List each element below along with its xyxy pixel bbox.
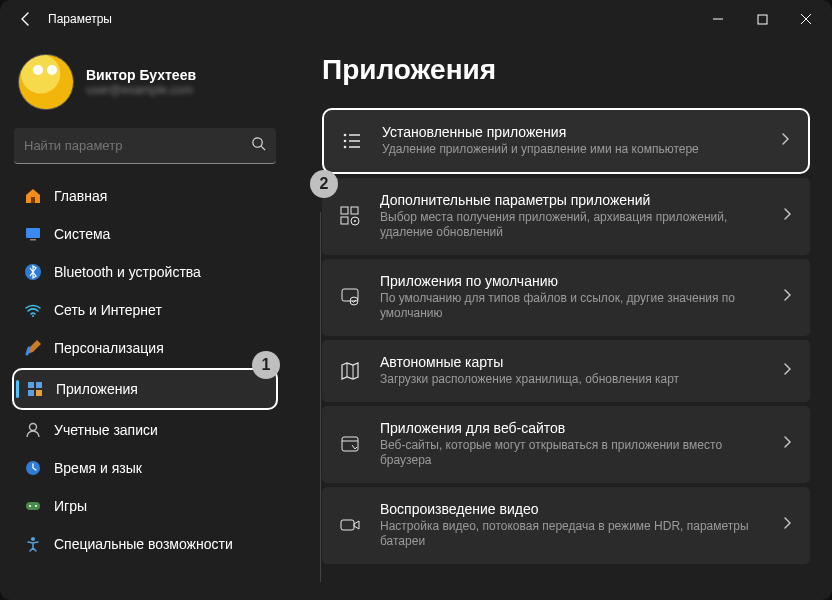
- svg-rect-9: [28, 390, 34, 396]
- arrow-left-icon: [18, 11, 34, 27]
- sidebar-item-personalization[interactable]: Персонализация: [12, 330, 278, 366]
- step-badge-1: 1: [252, 351, 280, 379]
- search-box[interactable]: [14, 128, 276, 164]
- sidebar-item-gaming[interactable]: Игры: [12, 488, 278, 524]
- video-icon: [338, 514, 362, 536]
- sidebar-nav: Главная Система Bluetooth и устройства С…: [12, 178, 278, 562]
- card-installed-apps[interactable]: Установленные приложения Удаление прилож…: [322, 108, 810, 174]
- sidebar-item-label: Главная: [54, 188, 107, 204]
- svg-rect-10: [36, 390, 42, 396]
- list-icon: [340, 130, 364, 152]
- personalize-icon: [24, 339, 42, 357]
- user-email: user@example.com: [86, 83, 196, 97]
- sidebar: Виктор Бухтеев user@example.com Главная …: [0, 38, 290, 600]
- default-apps-icon: [338, 286, 362, 308]
- gaming-icon: [24, 497, 42, 515]
- card-subtitle: По умолчанию для типов файлов и ссылок, …: [380, 291, 762, 322]
- svg-rect-4: [30, 239, 36, 241]
- websites-icon: [338, 433, 362, 455]
- card-title: Воспроизведение видео: [380, 501, 762, 517]
- svg-point-11: [30, 424, 37, 431]
- accessibility-icon: [24, 535, 42, 553]
- sidebar-item-label: Сеть и Интернет: [54, 302, 162, 318]
- search-input[interactable]: [24, 138, 251, 153]
- time-icon: [24, 459, 42, 477]
- profile[interactable]: Виктор Бухтеев user@example.com: [12, 46, 278, 124]
- sidebar-item-label: Приложения: [56, 381, 138, 397]
- window-title: Параметры: [40, 12, 112, 26]
- svg-point-16: [31, 537, 35, 541]
- accounts-icon: [24, 421, 42, 439]
- step-badge-2: 2: [310, 170, 338, 198]
- svg-point-15: [35, 505, 37, 507]
- sidebar-item-label: Персонализация: [54, 340, 164, 356]
- card-subtitle: Выбор места получения приложений, архива…: [380, 210, 762, 241]
- card-video-playback[interactable]: Воспроизведение видео Настройка видео, п…: [322, 487, 810, 564]
- apps-icon: [26, 380, 44, 398]
- chevron-right-icon: [780, 362, 794, 380]
- svg-point-19: [344, 145, 347, 148]
- sidebar-item-accounts[interactable]: Учетные записи: [12, 412, 278, 448]
- card-subtitle: Веб-сайты, которые могут открываться в п…: [380, 438, 762, 469]
- card-list: Установленные приложения Удаление прилож…: [322, 108, 810, 564]
- svg-rect-22: [341, 217, 348, 224]
- close-icon: [800, 13, 812, 25]
- card-title: Автономные карты: [380, 354, 762, 370]
- card-offline-maps[interactable]: Автономные карты Загрузки расположение х…: [322, 340, 810, 402]
- close-button[interactable]: [784, 5, 828, 33]
- card-subtitle: Загрузки расположение хранилища, обновле…: [380, 372, 762, 388]
- card-web-apps[interactable]: Приложения для веб-сайтов Веб-сайты, кот…: [322, 406, 810, 483]
- wifi-icon: [24, 301, 42, 319]
- card-title: Приложения для веб-сайтов: [380, 420, 762, 436]
- back-button[interactable]: [12, 5, 40, 33]
- svg-rect-21: [351, 207, 358, 214]
- titlebar: Параметры: [0, 0, 832, 38]
- svg-point-6: [32, 315, 34, 317]
- sidebar-item-label: Bluetooth и устройства: [54, 264, 201, 280]
- avatar: [18, 54, 74, 110]
- chevron-right-icon: [780, 516, 794, 534]
- sidebar-item-system[interactable]: Система: [12, 216, 278, 252]
- page-title: Приложения: [322, 54, 810, 86]
- card-title: Приложения по умолчанию: [380, 273, 762, 289]
- minimize-button[interactable]: [696, 5, 740, 33]
- maps-icon: [338, 360, 362, 382]
- svg-rect-8: [36, 382, 42, 388]
- svg-rect-2: [31, 197, 35, 203]
- sidebar-item-network[interactable]: Сеть и Интернет: [12, 292, 278, 328]
- card-title: Установленные приложения: [382, 124, 760, 140]
- main-panel: Приложения Установленные приложения Удал…: [290, 38, 832, 600]
- card-subtitle: Настройка видео, потоковая передача в ре…: [380, 519, 762, 550]
- home-icon: [24, 187, 42, 205]
- sidebar-item-label: Учетные записи: [54, 422, 158, 438]
- maximize-button[interactable]: [740, 5, 784, 33]
- sidebar-item-apps[interactable]: Приложения: [12, 368, 278, 410]
- chevron-right-icon: [780, 435, 794, 453]
- sidebar-item-accessibility[interactable]: Специальные возможности: [12, 526, 278, 562]
- window-controls: [696, 5, 828, 33]
- svg-rect-0: [758, 15, 767, 24]
- card-app-settings[interactable]: Дополнительные параметры приложений Выбо…: [322, 178, 810, 255]
- sidebar-item-time[interactable]: Время и язык: [12, 450, 278, 486]
- maximize-icon: [757, 14, 768, 25]
- bluetooth-icon: [24, 263, 42, 281]
- sidebar-item-label: Игры: [54, 498, 87, 514]
- sidebar-item-label: Система: [54, 226, 110, 242]
- system-icon: [24, 225, 42, 243]
- user-name: Виктор Бухтеев: [86, 67, 196, 83]
- content: Виктор Бухтеев user@example.com Главная …: [0, 38, 832, 600]
- sidebar-item-bluetooth[interactable]: Bluetooth и устройства: [12, 254, 278, 290]
- svg-point-1: [253, 138, 262, 147]
- svg-rect-28: [341, 520, 354, 530]
- card-title: Дополнительные параметры приложений: [380, 192, 762, 208]
- svg-point-14: [29, 505, 31, 507]
- apps-gear-icon: [338, 205, 362, 227]
- svg-point-18: [344, 139, 347, 142]
- divider-line: [320, 212, 321, 582]
- card-default-apps[interactable]: Приложения по умолчанию По умолчанию для…: [322, 259, 810, 336]
- settings-window: Параметры Виктор Бухтеев user@example.co…: [0, 0, 832, 600]
- svg-rect-20: [341, 207, 348, 214]
- sidebar-item-home[interactable]: Главная: [12, 178, 278, 214]
- chevron-right-icon: [780, 288, 794, 306]
- svg-rect-7: [28, 382, 34, 388]
